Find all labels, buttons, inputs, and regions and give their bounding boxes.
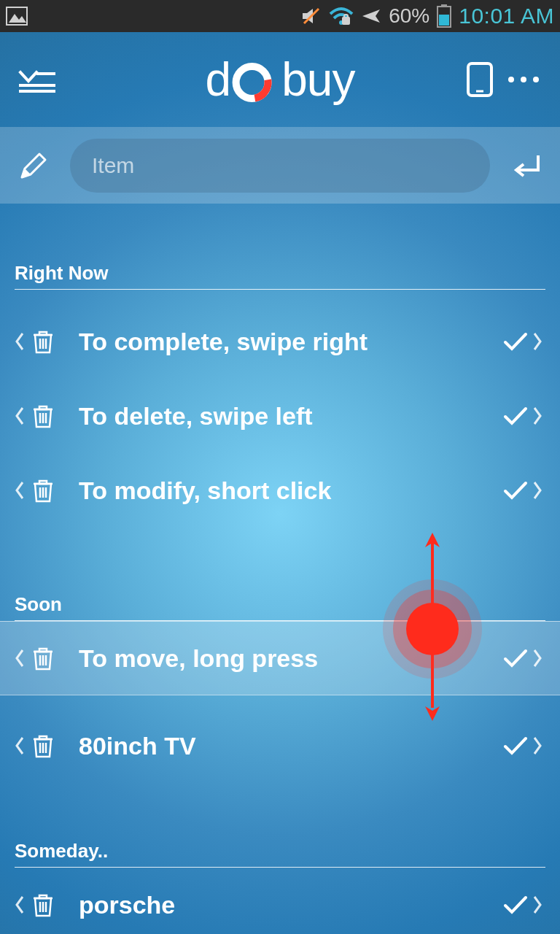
airplane-icon — [361, 7, 381, 26]
mute-icon — [301, 7, 322, 25]
chevron-right-icon — [532, 481, 545, 500]
item-label: To modify, short click — [54, 476, 503, 505]
svg-point-17 — [533, 77, 539, 82]
status-time: 10:01 AM — [459, 4, 554, 28]
logo-text-right: buy — [281, 53, 354, 107]
svg-marker-1 — [9, 14, 26, 23]
item-label: To complete, swipe right — [54, 328, 503, 356]
logo-text-left: d — [206, 53, 231, 107]
enter-icon[interactable] — [510, 150, 542, 182]
wifi-icon — [329, 7, 354, 26]
battery-percent: 60% — [389, 4, 429, 28]
chevron-left-icon — [15, 649, 28, 668]
chevron-right-icon — [532, 895, 545, 914]
more-button[interactable] — [502, 58, 545, 101]
list-item[interactable]: To modify, short click — [15, 453, 545, 528]
trash-icon[interactable] — [32, 329, 54, 354]
check-icon[interactable] — [503, 648, 528, 668]
trash-icon[interactable] — [32, 646, 54, 671]
item-label: To delete, swipe left — [54, 402, 503, 431]
chevron-left-icon — [15, 895, 28, 914]
status-bar: 60% 10:01 AM — [0, 0, 560, 32]
list-item[interactable]: To delete, swipe left — [15, 379, 545, 453]
chevron-left-icon — [15, 332, 28, 351]
chevron-right-icon — [532, 649, 545, 668]
trash-icon[interactable] — [32, 892, 54, 917]
app-header: d buy — [0, 32, 560, 127]
device-button[interactable] — [458, 58, 502, 101]
chevron-right-icon — [532, 332, 545, 351]
svg-rect-9 — [439, 15, 449, 26]
check-icon[interactable] — [503, 895, 528, 915]
chevron-right-icon — [532, 736, 545, 755]
trash-icon[interactable] — [32, 478, 54, 503]
chevron-left-icon — [15, 406, 28, 425]
svg-point-15 — [508, 77, 514, 82]
battery-icon — [437, 4, 451, 28]
menu-button[interactable] — [15, 58, 58, 101]
list-item[interactable]: To move, long press — [15, 621, 545, 695]
trash-icon[interactable] — [32, 404, 54, 428]
item-input[interactable] — [92, 153, 468, 178]
chevron-right-icon — [532, 406, 545, 425]
item-input-wrap[interactable] — [70, 139, 490, 193]
content: Right Now To complete, swipe right To de… — [0, 262, 560, 934]
trash-icon[interactable] — [32, 733, 54, 758]
edit-icon[interactable] — [18, 150, 50, 182]
input-bar — [0, 127, 560, 204]
list-item[interactable]: 80inch TV — [15, 709, 545, 783]
check-icon[interactable] — [503, 331, 528, 352]
section-header-someday: Someday.. — [15, 840, 545, 868]
section-header-soon: Soon — [15, 593, 545, 621]
list-item[interactable]: porsche — [15, 868, 545, 934]
app-logo: d buy — [206, 53, 355, 107]
check-icon[interactable] — [503, 736, 528, 756]
list-item[interactable]: To complete, swipe right — [15, 304, 545, 379]
item-label: 80inch TV — [54, 732, 503, 760]
check-icon[interactable] — [503, 406, 528, 426]
item-label: porsche — [54, 891, 503, 919]
check-icon[interactable] — [503, 480, 528, 501]
svg-point-16 — [521, 77, 526, 82]
section-header-right-now: Right Now — [15, 262, 545, 290]
logo-ring-icon — [232, 63, 271, 102]
image-icon — [6, 7, 28, 26]
chevron-left-icon — [15, 736, 28, 755]
chevron-left-icon — [15, 481, 28, 500]
